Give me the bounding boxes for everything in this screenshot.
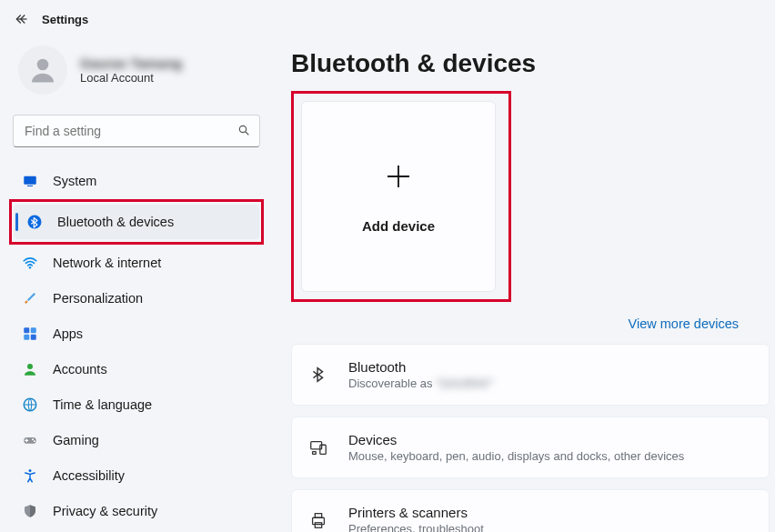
view-more-devices-link[interactable]: View more devices — [291, 309, 775, 344]
svg-rect-7 — [31, 327, 36, 333]
svg-rect-3 — [27, 186, 33, 186]
svg-point-5 — [29, 266, 31, 268]
avatar — [18, 45, 67, 95]
svg-point-0 — [37, 59, 49, 71]
highlight-add-device: Add device — [291, 91, 511, 302]
person-icon — [22, 361, 38, 377]
svg-point-14 — [34, 440, 35, 442]
svg-point-10 — [27, 364, 33, 369]
nav-label: Accessibility — [53, 468, 125, 483]
search-icon — [237, 123, 251, 137]
card-bluetooth[interactable]: Bluetooth Discoverable as "GAURAV" — [291, 344, 770, 406]
sidebar-item-personalization[interactable]: Personalization — [9, 281, 264, 316]
card-sub: Preferences, troubleshoot — [348, 522, 484, 532]
sidebar-item-time[interactable]: Time & language — [9, 387, 264, 422]
nav-label: System — [53, 174, 96, 188]
plus-icon — [382, 160, 415, 198]
svg-point-1 — [239, 125, 246, 132]
sidebar-item-gaming[interactable]: Gaming — [9, 423, 264, 457]
nav: System Bluetooth & devices Network & int… — [9, 164, 264, 528]
card-sub: Mouse, keyboard, pen, audio, displays an… — [348, 449, 684, 463]
printer-icon — [308, 510, 328, 530]
card-sub: Discoverable as "GAURAV" — [348, 376, 493, 390]
bluetooth-outline-icon — [308, 365, 328, 385]
sidebar-item-bluetooth[interactable]: Bluetooth & devices — [14, 205, 259, 239]
svg-rect-20 — [315, 514, 321, 518]
app-title: Settings — [42, 13, 88, 26]
svg-rect-2 — [24, 176, 36, 185]
nav-label: Personalization — [53, 291, 143, 306]
back-icon[interactable] — [15, 11, 31, 27]
svg-rect-9 — [31, 335, 36, 340]
device-name-hidden: "GAURAV" — [436, 376, 493, 390]
nav-label: Time & language — [53, 397, 152, 412]
card-devices[interactable]: Devices Mouse, keyboard, pen, audio, dis… — [291, 417, 770, 478]
svg-point-13 — [32, 438, 34, 440]
gaming-icon — [22, 432, 38, 448]
add-device-button[interactable]: Add device — [301, 101, 496, 292]
sidebar-item-system[interactable]: System — [9, 164, 264, 198]
svg-rect-18 — [313, 452, 317, 455]
card-title: Bluetooth — [348, 359, 493, 375]
page-title: Bluetooth & devices — [291, 49, 775, 78]
card-printers[interactable]: Printers & scanners Preferences, trouble… — [291, 489, 770, 532]
nav-label: Network & internet — [53, 256, 161, 270]
sidebar-item-accounts[interactable]: Accounts — [9, 352, 264, 386]
devices-icon — [308, 437, 328, 457]
accessibility-icon — [22, 467, 38, 484]
system-icon — [22, 173, 38, 189]
account-card[interactable]: Gaurav Tamang Local Account — [9, 38, 264, 111]
search-field[interactable] — [13, 115, 260, 147]
main-content: Bluetooth & devices Add device View more… — [273, 38, 775, 532]
sidebar-item-accessibility[interactable]: Accessibility — [9, 458, 264, 493]
svg-rect-8 — [24, 335, 29, 340]
globe-clock-icon — [22, 396, 38, 413]
card-title: Devices — [348, 432, 684, 447]
nav-label: Gaming — [53, 433, 99, 447]
bluetooth-icon — [26, 214, 43, 230]
svg-point-15 — [29, 469, 32, 472]
brush-icon — [22, 290, 38, 306]
discoverable-prefix: Discoverable as — [348, 376, 436, 390]
search-input[interactable] — [13, 115, 260, 147]
wifi-icon — [22, 255, 38, 271]
account-name: Gaurav Tamang — [80, 55, 182, 71]
sidebar-item-network[interactable]: Network & internet — [9, 246, 264, 280]
sidebar-item-apps[interactable]: Apps — [9, 316, 264, 351]
svg-rect-6 — [24, 327, 29, 333]
nav-label: Bluetooth & devices — [57, 215, 174, 229]
nav-label: Apps — [53, 326, 83, 341]
account-type: Local Account — [80, 71, 182, 85]
shield-icon — [22, 503, 38, 519]
add-device-label: Add device — [362, 218, 435, 234]
sidebar: Gaurav Tamang Local Account System — [0, 38, 273, 532]
window-header: Settings — [0, 0, 775, 38]
sidebar-item-privacy[interactable]: Privacy & security — [9, 494, 264, 528]
nav-label: Accounts — [53, 362, 107, 376]
svg-rect-19 — [313, 517, 325, 524]
highlight-bluetooth-nav: Bluetooth & devices — [9, 199, 264, 245]
apps-icon — [22, 326, 38, 342]
card-title: Printers & scanners — [348, 505, 484, 520]
nav-label: Privacy & security — [53, 504, 157, 518]
svg-rect-21 — [315, 523, 321, 528]
